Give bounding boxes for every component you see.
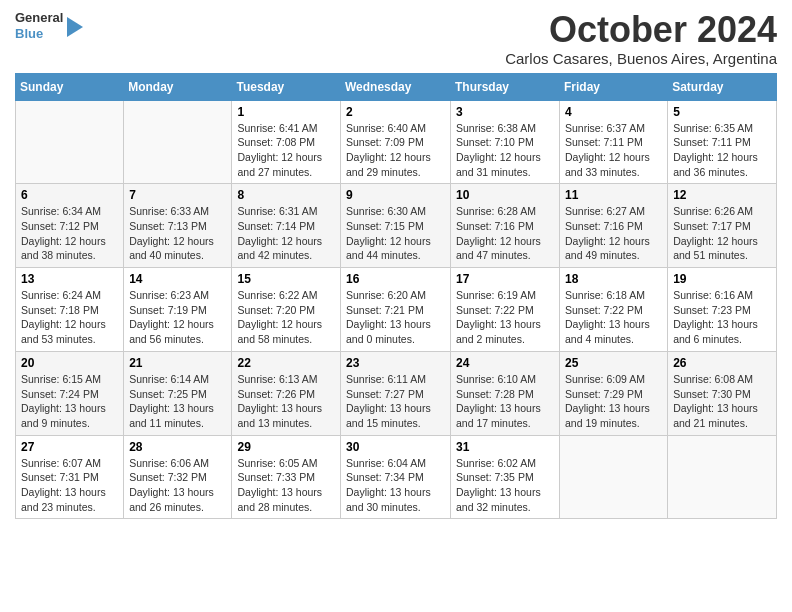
day-number: 16 bbox=[346, 272, 445, 286]
day-number: 26 bbox=[673, 356, 771, 370]
calendar-cell: 9Sunrise: 6:30 AM Sunset: 7:15 PM Daylig… bbox=[341, 184, 451, 268]
day-info: Sunrise: 6:33 AM Sunset: 7:13 PM Dayligh… bbox=[129, 204, 226, 263]
day-info: Sunrise: 6:10 AM Sunset: 7:28 PM Dayligh… bbox=[456, 372, 554, 431]
week-row-4: 20Sunrise: 6:15 AM Sunset: 7:24 PM Dayli… bbox=[16, 351, 777, 435]
day-number: 7 bbox=[129, 188, 226, 202]
day-number: 14 bbox=[129, 272, 226, 286]
calendar-cell bbox=[16, 100, 124, 184]
calendar-cell: 13Sunrise: 6:24 AM Sunset: 7:18 PM Dayli… bbox=[16, 268, 124, 352]
week-row-2: 6Sunrise: 6:34 AM Sunset: 7:12 PM Daylig… bbox=[16, 184, 777, 268]
calendar-cell: 19Sunrise: 6:16 AM Sunset: 7:23 PM Dayli… bbox=[668, 268, 777, 352]
day-number: 8 bbox=[237, 188, 335, 202]
calendar-cell: 27Sunrise: 6:07 AM Sunset: 7:31 PM Dayli… bbox=[16, 435, 124, 519]
day-header-thursday: Thursday bbox=[451, 73, 560, 100]
calendar-cell: 17Sunrise: 6:19 AM Sunset: 7:22 PM Dayli… bbox=[451, 268, 560, 352]
day-header-wednesday: Wednesday bbox=[341, 73, 451, 100]
day-number: 17 bbox=[456, 272, 554, 286]
day-info: Sunrise: 6:04 AM Sunset: 7:34 PM Dayligh… bbox=[346, 456, 445, 515]
day-number: 15 bbox=[237, 272, 335, 286]
day-info: Sunrise: 6:37 AM Sunset: 7:11 PM Dayligh… bbox=[565, 121, 662, 180]
day-info: Sunrise: 6:16 AM Sunset: 7:23 PM Dayligh… bbox=[673, 288, 771, 347]
calendar-cell: 28Sunrise: 6:06 AM Sunset: 7:32 PM Dayli… bbox=[124, 435, 232, 519]
week-row-3: 13Sunrise: 6:24 AM Sunset: 7:18 PM Dayli… bbox=[16, 268, 777, 352]
calendar-cell bbox=[560, 435, 668, 519]
day-number: 9 bbox=[346, 188, 445, 202]
calendar-cell: 10Sunrise: 6:28 AM Sunset: 7:16 PM Dayli… bbox=[451, 184, 560, 268]
day-number: 21 bbox=[129, 356, 226, 370]
day-info: Sunrise: 6:07 AM Sunset: 7:31 PM Dayligh… bbox=[21, 456, 118, 515]
calendar-cell bbox=[668, 435, 777, 519]
calendar-cell: 16Sunrise: 6:20 AM Sunset: 7:21 PM Dayli… bbox=[341, 268, 451, 352]
calendar-cell: 18Sunrise: 6:18 AM Sunset: 7:22 PM Dayli… bbox=[560, 268, 668, 352]
day-info: Sunrise: 6:08 AM Sunset: 7:30 PM Dayligh… bbox=[673, 372, 771, 431]
day-info: Sunrise: 6:06 AM Sunset: 7:32 PM Dayligh… bbox=[129, 456, 226, 515]
day-info: Sunrise: 6:26 AM Sunset: 7:17 PM Dayligh… bbox=[673, 204, 771, 263]
calendar-cell: 7Sunrise: 6:33 AM Sunset: 7:13 PM Daylig… bbox=[124, 184, 232, 268]
calendar-cell: 15Sunrise: 6:22 AM Sunset: 7:20 PM Dayli… bbox=[232, 268, 341, 352]
day-header-sunday: Sunday bbox=[16, 73, 124, 100]
day-number: 22 bbox=[237, 356, 335, 370]
calendar-table: SundayMondayTuesdayWednesdayThursdayFrid… bbox=[15, 73, 777, 520]
day-number: 25 bbox=[565, 356, 662, 370]
day-number: 3 bbox=[456, 105, 554, 119]
day-number: 18 bbox=[565, 272, 662, 286]
calendar-cell: 5Sunrise: 6:35 AM Sunset: 7:11 PM Daylig… bbox=[668, 100, 777, 184]
logo-line2: Blue bbox=[15, 26, 63, 42]
day-number: 24 bbox=[456, 356, 554, 370]
day-number: 13 bbox=[21, 272, 118, 286]
calendar-cell: 14Sunrise: 6:23 AM Sunset: 7:19 PM Dayli… bbox=[124, 268, 232, 352]
calendar-cell: 26Sunrise: 6:08 AM Sunset: 7:30 PM Dayli… bbox=[668, 351, 777, 435]
calendar-cell: 1Sunrise: 6:41 AM Sunset: 7:08 PM Daylig… bbox=[232, 100, 341, 184]
day-header-tuesday: Tuesday bbox=[232, 73, 341, 100]
day-number: 20 bbox=[21, 356, 118, 370]
calendar-cell: 3Sunrise: 6:38 AM Sunset: 7:10 PM Daylig… bbox=[451, 100, 560, 184]
day-header-saturday: Saturday bbox=[668, 73, 777, 100]
day-number: 29 bbox=[237, 440, 335, 454]
day-info: Sunrise: 6:15 AM Sunset: 7:24 PM Dayligh… bbox=[21, 372, 118, 431]
logo-arrow-icon bbox=[67, 17, 83, 37]
calendar-cell: 12Sunrise: 6:26 AM Sunset: 7:17 PM Dayli… bbox=[668, 184, 777, 268]
day-number: 10 bbox=[456, 188, 554, 202]
day-number: 19 bbox=[673, 272, 771, 286]
logo: General Blue bbox=[15, 10, 83, 41]
day-info: Sunrise: 6:05 AM Sunset: 7:33 PM Dayligh… bbox=[237, 456, 335, 515]
calendar-cell: 4Sunrise: 6:37 AM Sunset: 7:11 PM Daylig… bbox=[560, 100, 668, 184]
week-row-5: 27Sunrise: 6:07 AM Sunset: 7:31 PM Dayli… bbox=[16, 435, 777, 519]
day-info: Sunrise: 6:09 AM Sunset: 7:29 PM Dayligh… bbox=[565, 372, 662, 431]
day-info: Sunrise: 6:23 AM Sunset: 7:19 PM Dayligh… bbox=[129, 288, 226, 347]
day-info: Sunrise: 6:28 AM Sunset: 7:16 PM Dayligh… bbox=[456, 204, 554, 263]
week-row-1: 1Sunrise: 6:41 AM Sunset: 7:08 PM Daylig… bbox=[16, 100, 777, 184]
day-info: Sunrise: 6:40 AM Sunset: 7:09 PM Dayligh… bbox=[346, 121, 445, 180]
day-number: 12 bbox=[673, 188, 771, 202]
calendar-cell: 11Sunrise: 6:27 AM Sunset: 7:16 PM Dayli… bbox=[560, 184, 668, 268]
days-header-row: SundayMondayTuesdayWednesdayThursdayFrid… bbox=[16, 73, 777, 100]
calendar-cell: 2Sunrise: 6:40 AM Sunset: 7:09 PM Daylig… bbox=[341, 100, 451, 184]
calendar-cell: 24Sunrise: 6:10 AM Sunset: 7:28 PM Dayli… bbox=[451, 351, 560, 435]
day-header-monday: Monday bbox=[124, 73, 232, 100]
day-info: Sunrise: 6:41 AM Sunset: 7:08 PM Dayligh… bbox=[237, 121, 335, 180]
day-info: Sunrise: 6:20 AM Sunset: 7:21 PM Dayligh… bbox=[346, 288, 445, 347]
day-info: Sunrise: 6:13 AM Sunset: 7:26 PM Dayligh… bbox=[237, 372, 335, 431]
day-info: Sunrise: 6:38 AM Sunset: 7:10 PM Dayligh… bbox=[456, 121, 554, 180]
calendar-cell: 30Sunrise: 6:04 AM Sunset: 7:34 PM Dayli… bbox=[341, 435, 451, 519]
day-header-friday: Friday bbox=[560, 73, 668, 100]
day-number: 4 bbox=[565, 105, 662, 119]
day-info: Sunrise: 6:24 AM Sunset: 7:18 PM Dayligh… bbox=[21, 288, 118, 347]
day-number: 6 bbox=[21, 188, 118, 202]
day-info: Sunrise: 6:22 AM Sunset: 7:20 PM Dayligh… bbox=[237, 288, 335, 347]
day-number: 5 bbox=[673, 105, 771, 119]
calendar-cell: 31Sunrise: 6:02 AM Sunset: 7:35 PM Dayli… bbox=[451, 435, 560, 519]
calendar-cell: 29Sunrise: 6:05 AM Sunset: 7:33 PM Dayli… bbox=[232, 435, 341, 519]
day-number: 23 bbox=[346, 356, 445, 370]
calendar-cell: 21Sunrise: 6:14 AM Sunset: 7:25 PM Dayli… bbox=[124, 351, 232, 435]
calendar-cell: 8Sunrise: 6:31 AM Sunset: 7:14 PM Daylig… bbox=[232, 184, 341, 268]
day-info: Sunrise: 6:31 AM Sunset: 7:14 PM Dayligh… bbox=[237, 204, 335, 263]
page-header: General Blue October 2024 Carlos Casares… bbox=[15, 10, 777, 67]
day-number: 30 bbox=[346, 440, 445, 454]
day-number: 2 bbox=[346, 105, 445, 119]
day-number: 28 bbox=[129, 440, 226, 454]
calendar-cell: 6Sunrise: 6:34 AM Sunset: 7:12 PM Daylig… bbox=[16, 184, 124, 268]
day-info: Sunrise: 6:30 AM Sunset: 7:15 PM Dayligh… bbox=[346, 204, 445, 263]
location-title: Carlos Casares, Buenos Aires, Argentina bbox=[505, 50, 777, 67]
calendar-cell: 23Sunrise: 6:11 AM Sunset: 7:27 PM Dayli… bbox=[341, 351, 451, 435]
